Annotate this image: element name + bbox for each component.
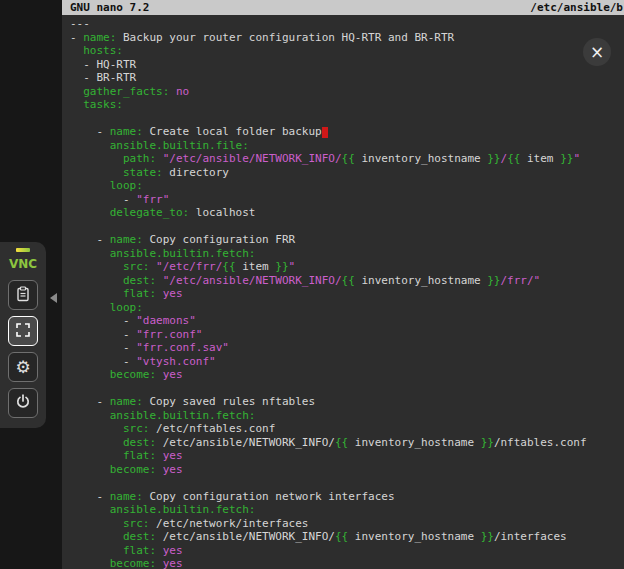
editor-line: flat: yes bbox=[70, 544, 624, 558]
novnc-logo-text: VNC bbox=[9, 257, 37, 271]
gear-icon: ⚙ bbox=[15, 359, 30, 376]
nano-editor: GNU nano 7.2 /etc/ansible/b ---- name: B… bbox=[62, 0, 624, 569]
editor-line: flat: yes bbox=[70, 287, 624, 301]
editor-line: dest: /etc/ansible/NETWORK_INFO/{{ inven… bbox=[70, 530, 624, 544]
editor-line: - name: Copy configuration FRR bbox=[70, 233, 624, 247]
vnc-control-bar: VNC bbox=[0, 242, 46, 428]
editor-line: - name: Copy saved rules nftables bbox=[70, 395, 624, 409]
clipboard-icon bbox=[15, 286, 31, 305]
editor-line: ansible.builtin.fetch: bbox=[70, 247, 624, 261]
novnc-logo: VNC bbox=[9, 248, 37, 272]
editor-lines[interactable]: ---- name: Backup your router configurat… bbox=[62, 15, 624, 569]
editor-line: - HQ-RTR bbox=[70, 58, 624, 72]
editor-line: loop: bbox=[70, 179, 624, 193]
editor-line: - "frr" bbox=[70, 193, 624, 207]
editor-line: - name: Backup your router configuration… bbox=[70, 31, 624, 45]
editor-line: hosts: bbox=[70, 44, 624, 58]
close-button[interactable]: × bbox=[583, 38, 611, 66]
editor-line: gather_facts: no bbox=[70, 85, 624, 99]
editor-line: - "frr.conf.sav" bbox=[70, 341, 624, 355]
fullscreen-icon bbox=[15, 322, 31, 341]
editor-line: - "vtysh.conf" bbox=[70, 355, 624, 369]
chevron-left-icon bbox=[50, 293, 57, 303]
novnc-logo-mark bbox=[16, 248, 30, 252]
nano-filename: /etc/ansible/b bbox=[530, 0, 623, 15]
editor-line: - name: Create local folder backup bbox=[70, 125, 624, 139]
editor-line: ansible.builtin.file: bbox=[70, 139, 624, 153]
editor-line: become: yes bbox=[70, 463, 624, 477]
editor-line: ansible.builtin.fetch: bbox=[70, 503, 624, 517]
clipboard-button[interactable] bbox=[8, 280, 38, 310]
editor-line bbox=[70, 382, 624, 396]
editor-line: - BR-RTR bbox=[70, 71, 624, 85]
editor-line: ansible.builtin.fetch: bbox=[70, 409, 624, 423]
editor-line: src: /etc/network/interfaces bbox=[70, 517, 624, 531]
editor-line: tasks: bbox=[70, 98, 624, 112]
text-cursor bbox=[322, 127, 328, 138]
fullscreen-button[interactable] bbox=[8, 316, 38, 346]
editor-line: loop: bbox=[70, 301, 624, 315]
editor-line: - "daemons" bbox=[70, 314, 624, 328]
editor-line: - name: Copy configuration network inter… bbox=[70, 490, 624, 504]
editor-line: src: "/etc/frr/{{ item }}" bbox=[70, 260, 624, 274]
editor-line: --- bbox=[70, 17, 624, 31]
editor-line: dest: "/etc/ansible/NETWORK_INFO/{{ inve… bbox=[70, 274, 624, 288]
editor-line: become: yes bbox=[70, 368, 624, 382]
nano-version: GNU nano 7.2 bbox=[70, 0, 149, 15]
editor-line: path: "/etc/ansible/NETWORK_INFO/{{ inve… bbox=[70, 152, 624, 166]
editor-line bbox=[70, 112, 624, 126]
nano-titlebar: GNU nano 7.2 /etc/ansible/b bbox=[62, 0, 624, 15]
screen: VNC bbox=[0, 0, 624, 569]
editor-line: delegate_to: localhost bbox=[70, 206, 624, 220]
editor-line bbox=[70, 220, 624, 234]
editor-line: src: /etc/nftables.conf bbox=[70, 422, 624, 436]
editor-line: - "frr.conf" bbox=[70, 328, 624, 342]
editor-line: flat: yes bbox=[70, 449, 624, 463]
editor-line: dest: /etc/ansible/NETWORK_INFO/{{ inven… bbox=[70, 436, 624, 450]
editor-line: become: yes bbox=[70, 557, 624, 569]
editor-line bbox=[70, 476, 624, 490]
editor-line: state: directory bbox=[70, 166, 624, 180]
settings-button[interactable]: ⚙ bbox=[8, 352, 38, 382]
control-bar-handle[interactable] bbox=[46, 288, 60, 308]
power-icon bbox=[15, 394, 31, 413]
vnc-sidebar: VNC bbox=[0, 0, 62, 569]
power-button[interactable] bbox=[8, 388, 38, 418]
